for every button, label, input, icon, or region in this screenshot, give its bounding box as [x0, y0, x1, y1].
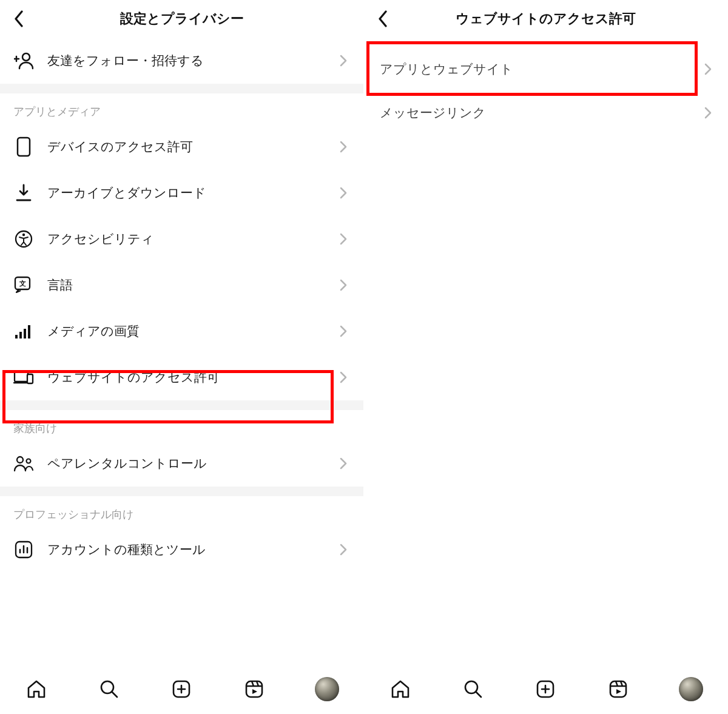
svg-rect-7: [19, 332, 22, 338]
row-label: ウェブサイトのアクセス許可: [47, 369, 337, 386]
plus-square-icon: [536, 679, 555, 699]
page-title: ウェブサイトのアクセス許可: [456, 10, 636, 28]
back-button[interactable]: [8, 8, 29, 29]
content-left: 友達をフォロー・招待する アプリとメディア デバイスのアクセス許可: [0, 38, 363, 663]
nav-home[interactable]: [387, 676, 414, 702]
language-icon: 文: [13, 275, 34, 295]
section-divider: [0, 400, 363, 410]
avatar-icon: [315, 677, 339, 701]
home-icon: [390, 679, 411, 699]
row-label: ペアレンタルコントロール: [47, 455, 337, 472]
row-label: アプリとウェブサイト: [380, 61, 704, 78]
section-divider: [0, 487, 363, 496]
row-device-permissions[interactable]: デバイスのアクセス許可: [0, 124, 363, 170]
row-accessibility[interactable]: アクセシビリティ: [0, 216, 363, 262]
row-label: アーカイブとダウンロード: [47, 184, 337, 201]
row-label: 友達をフォロー・招待する: [47, 52, 337, 69]
accessibility-icon: [13, 229, 34, 249]
svg-rect-6: [15, 335, 18, 338]
row-label: アカウントの種類とツール: [47, 541, 337, 558]
svg-point-13: [27, 459, 31, 463]
chevron-right-icon: [337, 371, 350, 384]
chart-icon: [13, 539, 34, 560]
svg-rect-11: [27, 374, 33, 383]
svg-point-18: [465, 681, 477, 693]
page-title: 設定とプライバシー: [120, 10, 244, 28]
add-friend-icon: [13, 50, 34, 71]
svg-rect-1: [18, 138, 30, 156]
svg-rect-9: [28, 325, 30, 338]
chevron-left-icon: [13, 10, 24, 27]
row-parental-controls[interactable]: ペアレンタルコントロール: [0, 440, 363, 487]
row-apps-websites[interactable]: アプリとウェブサイト: [364, 47, 727, 91]
search-icon: [463, 679, 484, 699]
svg-rect-17: [246, 681, 262, 697]
svg-point-12: [17, 457, 23, 463]
phone-left: 設定とプライバシー 友達をフォロー・招待する アプリとメディア デバイスのア: [0, 0, 364, 714]
svg-rect-20: [610, 681, 626, 697]
row-label: メッセージリンク: [380, 104, 704, 121]
section-divider: [0, 84, 363, 93]
home-icon: [26, 679, 47, 699]
svg-rect-10: [15, 372, 28, 382]
phone-right: ウェブサイトのアクセス許可 アプリとウェブサイト メッセージリンク: [364, 0, 728, 714]
row-archive-download[interactable]: アーカイブとダウンロード: [0, 170, 363, 216]
section-header-apps-media: アプリとメディア: [0, 93, 363, 124]
row-label: 言語: [47, 277, 337, 294]
chevron-right-icon: [337, 232, 350, 246]
people-icon: [13, 453, 34, 474]
devices-icon: [13, 367, 34, 388]
nav-search[interactable]: [460, 676, 487, 702]
row-label: メディアの画質: [47, 323, 337, 340]
plus-square-icon: [172, 679, 191, 699]
chevron-right-icon: [337, 457, 350, 470]
row-media-quality[interactable]: メディアの画質: [0, 308, 363, 354]
row-website-permissions[interactable]: ウェブサイトのアクセス許可: [0, 354, 363, 400]
row-language[interactable]: 文 言語: [0, 262, 363, 308]
nav-create[interactable]: [168, 676, 195, 702]
chevron-right-icon: [337, 54, 350, 67]
avatar-icon: [679, 677, 703, 701]
header-right: ウェブサイトのアクセス許可: [364, 0, 727, 38]
nav-profile[interactable]: [314, 676, 340, 702]
row-label: アクセシビリティ: [47, 231, 337, 248]
header-left: 設定とプライバシー: [0, 0, 363, 38]
svg-point-0: [22, 53, 30, 61]
svg-point-3: [22, 234, 25, 236]
chevron-left-icon: [377, 10, 388, 27]
search-icon: [99, 679, 120, 699]
nav-search[interactable]: [96, 676, 123, 702]
row-message-links[interactable]: メッセージリンク: [364, 91, 727, 135]
svg-rect-8: [24, 329, 26, 338]
back-button[interactable]: [372, 8, 393, 29]
section-header-family: 家族向け: [0, 410, 363, 440]
bottom-nav-right: [364, 663, 727, 714]
content-right: アプリとウェブサイト メッセージリンク: [364, 38, 727, 663]
reels-icon: [244, 679, 264, 699]
svg-point-15: [101, 681, 113, 693]
nav-reels[interactable]: [605, 676, 632, 702]
download-icon: [13, 183, 34, 203]
nav-reels[interactable]: [241, 676, 268, 702]
row-account-type-tools[interactable]: アカウントの種類とツール: [0, 527, 363, 573]
chevron-right-icon: [337, 140, 350, 153]
nav-create[interactable]: [532, 676, 559, 702]
chevron-right-icon: [704, 63, 712, 75]
row-invite-friends[interactable]: 友達をフォロー・招待する: [0, 38, 363, 84]
chevron-right-icon: [337, 186, 350, 200]
chevron-right-icon: [337, 543, 350, 556]
bottom-nav-left: [0, 663, 363, 714]
signal-bars-icon: [13, 321, 34, 342]
svg-text:文: 文: [19, 280, 26, 287]
nav-home[interactable]: [23, 676, 50, 702]
chevron-right-icon: [337, 325, 350, 338]
row-label: デバイスのアクセス許可: [47, 138, 337, 155]
reels-icon: [608, 679, 628, 699]
nav-profile[interactable]: [678, 676, 704, 702]
phone-icon: [13, 136, 34, 157]
chevron-right-icon: [704, 107, 712, 119]
chevron-right-icon: [337, 278, 350, 292]
section-header-professional: プロフェッショナル向け: [0, 496, 363, 527]
